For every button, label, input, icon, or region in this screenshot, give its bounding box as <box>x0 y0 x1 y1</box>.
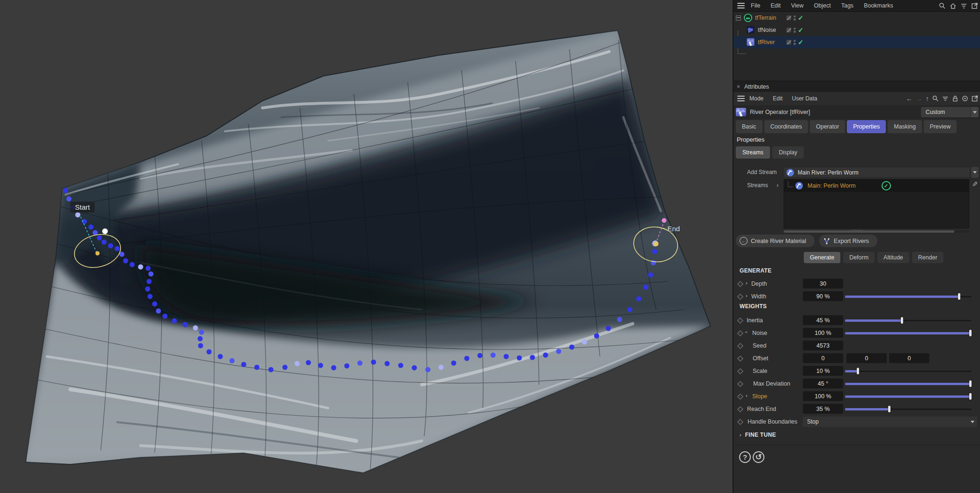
tab-operator[interactable]: Operator <box>810 120 845 133</box>
reach-end-slider[interactable] <box>845 407 972 411</box>
inertia-slider[interactable] <box>845 319 972 322</box>
target-icon[interactable] <box>962 95 968 102</box>
expander-icon[interactable]: › <box>746 393 748 398</box>
keyframe-diamond-icon[interactable] <box>737 330 743 336</box>
max-deviation-input[interactable]: 45 ° <box>803 379 843 388</box>
noise-input[interactable]: 100 % <box>803 328 843 338</box>
handle-boundaries-dropdown[interactable]: Stop <box>803 417 977 427</box>
enabled-check-icon[interactable]: ✓ <box>798 27 804 33</box>
expander-icon[interactable]: › <box>740 432 741 438</box>
menu-icon[interactable] <box>737 3 745 8</box>
add-stream-dropdown-arrow[interactable] <box>971 167 979 178</box>
width-slider[interactable] <box>845 295 972 298</box>
menu-edit[interactable]: Edit <box>765 2 786 9</box>
offset-x-input[interactable]: 0 <box>803 353 843 363</box>
keyframe-diamond-icon[interactable] <box>737 394 743 400</box>
tree-row-tfriver-selected[interactable]: tfRiver ✓ <box>733 36 980 48</box>
streams-expander-icon[interactable]: › <box>777 182 778 189</box>
popout-icon[interactable] <box>972 95 978 102</box>
reach-end-input[interactable]: 35 % <box>803 404 843 414</box>
viewport-3d[interactable]: Start End <box>0 0 733 493</box>
menu-edit[interactable]: Edit <box>768 95 787 102</box>
up-icon[interactable]: ↑ <box>926 95 929 102</box>
add-stream-dropdown[interactable]: Main River: Perlin Worm <box>784 167 970 178</box>
keyframe-diamond-icon[interactable] <box>737 356 743 362</box>
inertia-input[interactable]: 45 % <box>803 315 843 325</box>
fine-tune-section[interactable]: ›FINE TUNE <box>740 432 776 438</box>
lock-icon[interactable] <box>952 95 958 102</box>
slope-input[interactable]: 100 % <box>803 391 843 401</box>
stream-list-item[interactable]: Main: Perlin Worm ✓ <box>784 180 969 192</box>
collapse-expander-icon[interactable] <box>736 15 741 21</box>
help-icon[interactable]: ? <box>739 451 751 463</box>
render-button[interactable]: Render <box>912 252 943 263</box>
menu-file[interactable]: File <box>746 2 765 9</box>
menu-mode[interactable]: Mode <box>745 95 768 102</box>
keyframe-diamond-icon[interactable] <box>737 419 743 425</box>
forward-icon[interactable]: → <box>916 95 922 102</box>
export-rivers-button[interactable]: Export Rivers <box>819 235 877 247</box>
menu-bookmarks[interactable]: Bookmarks <box>859 2 898 9</box>
layer-icon[interactable] <box>786 40 791 45</box>
back-icon[interactable]: ← <box>906 95 913 102</box>
close-icon[interactable]: × <box>737 83 740 90</box>
menu-object[interactable]: Object <box>809 2 836 9</box>
keyframe-diamond-icon[interactable] <box>737 343 743 349</box>
layer-icon[interactable] <box>786 28 791 32</box>
visibility-dots-icon[interactable] <box>793 15 796 21</box>
tab-basic[interactable]: Basic <box>736 120 763 133</box>
tab-coordinates[interactable]: Coordinates <box>764 120 808 133</box>
object-name[interactable]: tfTerrain <box>755 15 776 21</box>
search-icon[interactable] <box>932 95 939 102</box>
resize-handle-dots[interactable]: ······ <box>733 228 980 232</box>
object-name[interactable]: tfNoise <box>758 27 776 33</box>
offset-y-input[interactable]: 0 <box>846 353 887 363</box>
edit-pencil-icon[interactable]: ✎ <box>972 180 978 189</box>
visibility-dots-icon[interactable] <box>793 28 796 33</box>
scale-slider[interactable] <box>845 369 972 373</box>
keyframe-diamond-icon[interactable] <box>737 294 743 300</box>
stream-enabled-check-icon[interactable]: ✓ <box>882 181 891 190</box>
menu-tags[interactable]: Tags <box>836 2 859 9</box>
layer-icon[interactable] <box>786 15 791 20</box>
tab-masking[interactable]: Masking <box>888 120 922 133</box>
subtab-display[interactable]: Display <box>772 146 804 159</box>
offset-z-input[interactable]: 0 <box>889 353 929 363</box>
expander-icon[interactable]: › <box>746 280 748 286</box>
keyframe-diamond-icon[interactable] <box>737 368 743 374</box>
generate-button[interactable]: Generate <box>804 252 840 263</box>
streams-list[interactable]: Main: Perlin Worm ✓ <box>784 179 969 228</box>
tab-properties[interactable]: Properties <box>847 120 886 133</box>
noise-slider[interactable] <box>845 331 972 335</box>
tree-row-tfterrain[interactable]: tfTerrain ✓ <box>733 12 980 24</box>
menu-user-data[interactable]: User Data <box>787 95 822 102</box>
keyframe-diamond-icon[interactable] <box>737 318 743 324</box>
scale-input[interactable]: 10 % <box>803 366 843 376</box>
seed-input[interactable]: 4573 <box>803 341 843 350</box>
expander-icon-expanded[interactable]: › <box>744 331 749 333</box>
enabled-check-icon[interactable]: ✓ <box>798 15 804 21</box>
keyframe-diamond-icon[interactable] <box>737 281 743 287</box>
menu-icon[interactable] <box>737 96 745 101</box>
filter-icon[interactable] <box>942 95 949 102</box>
preset-dropdown[interactable]: Custom <box>921 107 971 117</box>
home-icon[interactable] <box>950 2 957 9</box>
reset-icon[interactable]: ↺ <box>753 451 764 463</box>
create-river-material-button[interactable]: ← Create River Material <box>736 235 815 247</box>
width-input[interactable]: 90 % <box>803 291 843 301</box>
expander-icon[interactable]: › <box>746 293 748 298</box>
subtab-streams[interactable]: Streams <box>736 146 770 159</box>
deform-button[interactable]: Deform <box>843 252 875 263</box>
max-deviation-slider[interactable] <box>845 382 972 386</box>
altitude-button[interactable]: Altitude <box>877 252 909 263</box>
tab-preview[interactable]: Preview <box>924 120 957 133</box>
keyframe-diamond-icon[interactable] <box>737 381 743 387</box>
filter-icon[interactable] <box>960 2 967 9</box>
object-name[interactable]: tfRiver <box>758 39 775 46</box>
visibility-dots-icon[interactable] <box>793 40 796 45</box>
depth-input[interactable]: 30 <box>803 279 843 288</box>
preset-dropdown-arrow[interactable] <box>971 107 979 117</box>
menu-view[interactable]: View <box>786 2 809 9</box>
slope-slider[interactable] <box>845 394 972 398</box>
search-icon[interactable] <box>939 2 946 9</box>
